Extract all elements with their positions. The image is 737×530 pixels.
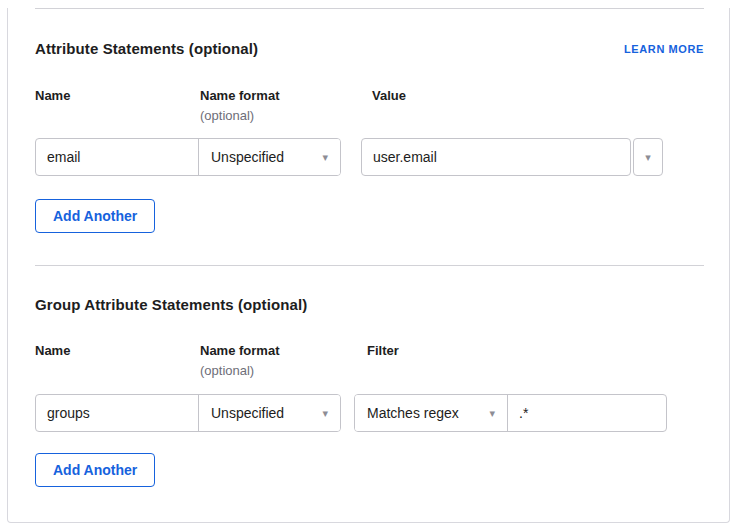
group-name-format-group: Unspecified ▾: [35, 394, 341, 432]
column-label-filter: Filter: [365, 342, 399, 380]
top-divider: [35, 8, 704, 9]
group-filter-value-input[interactable]: [508, 395, 666, 431]
chevron-down-icon: ▾: [322, 408, 328, 419]
section-divider: [35, 265, 704, 266]
group-name-format-selected: Unspecified: [211, 405, 284, 421]
attribute-value-group: ▾: [361, 138, 663, 176]
attribute-statement-row: Unspecified ▾ ▾: [35, 138, 704, 176]
group-attribute-name-input[interactable]: [36, 395, 198, 431]
attribute-name-format-group: Unspecified ▾: [35, 138, 341, 176]
group-attribute-statements-header: Group Attribute Statements (optional): [35, 294, 704, 316]
attribute-value-dropdown-button[interactable]: ▾: [633, 138, 663, 176]
attribute-statements-title: Attribute Statements (optional): [35, 38, 258, 60]
group-attribute-statement-row: Unspecified ▾ Matches regex ▾: [35, 394, 704, 432]
group-name-format-select[interactable]: Unspecified ▾: [198, 395, 340, 431]
name-format-optional-note: (optional): [200, 362, 365, 380]
chevron-down-icon: ▾: [489, 408, 495, 419]
column-label-name-format: Name format (optional): [200, 342, 365, 380]
group-attribute-column-labels: Name Name format (optional) Filter: [35, 342, 704, 380]
column-label-value: Value: [365, 87, 406, 125]
chevron-down-icon: ▾: [645, 152, 651, 163]
attribute-name-format-selected: Unspecified: [211, 149, 284, 165]
group-filter-type-select[interactable]: Matches regex ▾: [355, 395, 508, 431]
attribute-value-input[interactable]: [361, 138, 631, 176]
name-format-optional-note: (optional): [200, 107, 365, 125]
column-label-name-format: Name format (optional): [200, 87, 365, 125]
group-filter-group: Matches regex ▾: [354, 394, 667, 432]
attribute-statements-header: Attribute Statements (optional) LEARN MO…: [35, 38, 704, 60]
column-label-name: Name: [35, 342, 200, 380]
add-another-attribute-button[interactable]: Add Another: [35, 199, 155, 233]
attribute-name-format-select[interactable]: Unspecified ▾: [198, 139, 340, 175]
group-filter-type-selected: Matches regex: [367, 405, 459, 421]
group-attribute-statements-title: Group Attribute Statements (optional): [35, 294, 307, 316]
attribute-statements-column-labels: Name Name format (optional) Value: [35, 87, 704, 125]
chevron-down-icon: ▾: [322, 152, 328, 163]
attribute-name-input[interactable]: [36, 139, 198, 175]
settings-card: Attribute Statements (optional) LEARN MO…: [7, 8, 730, 523]
learn-more-link[interactable]: LEARN MORE: [624, 43, 704, 55]
add-another-group-attribute-button[interactable]: Add Another: [35, 453, 155, 487]
column-label-name: Name: [35, 87, 200, 125]
